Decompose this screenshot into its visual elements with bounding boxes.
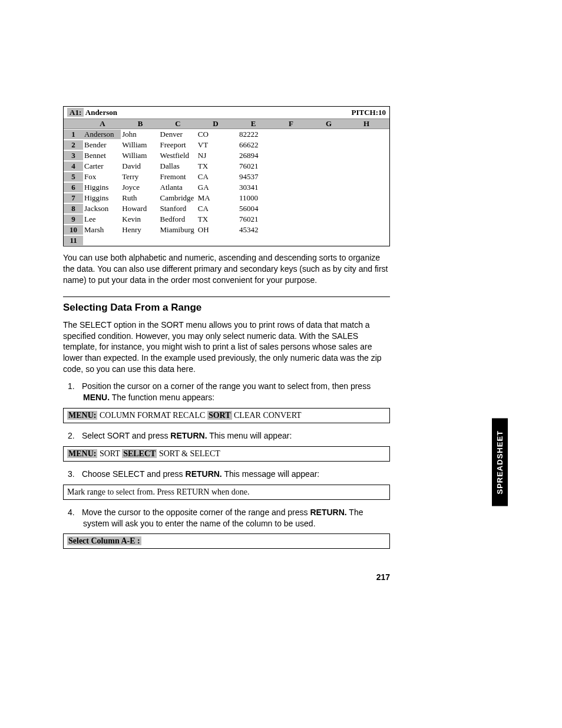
menu-display: MENU: SORT SELECT SORT & SELECT (63, 446, 390, 462)
menu-display: Select Column A-E : (63, 533, 390, 549)
col-header: E (234, 119, 272, 129)
col-header: G (310, 119, 348, 129)
col-header: H (348, 119, 385, 129)
list-item: 1. Position the cursor on a corner of th… (83, 381, 390, 403)
table-row: 11 (64, 235, 389, 246)
paragraph: You can use both alphabetic and numeric,… (63, 252, 390, 286)
col-header: D (197, 119, 234, 129)
table-row: 8JacksonHowardStanfordCA56004 (64, 203, 389, 214)
table-row: 3BennetWilliamWestfieldNJ26894 (64, 150, 389, 161)
col-header: B (121, 119, 159, 129)
page-number: 217 (63, 572, 390, 582)
table-row: 5FoxTerryFremontCA94537 (64, 172, 389, 182)
col-header: A (84, 119, 121, 129)
divider (63, 297, 390, 297)
cell-reference-value: Anderson (85, 108, 117, 117)
pitch-label: PITCH:10 (352, 108, 386, 117)
menu-display: MENU: COLUMN FORMAT RECALC SORT CLEAR CO… (63, 408, 390, 423)
list-item: 4. Move the cursor to the opposite corne… (83, 507, 390, 529)
table-row: 4CarterDavidDallasTX76021 (64, 161, 389, 172)
table-row: 6HigginsJoyceAtlantaGA30341 (64, 182, 389, 193)
spreadsheet-screen: A1: Anderson PITCH:10 A B C D E F G H 1A… (63, 106, 390, 246)
menu-display: Mark range to select from. Press RETURN … (63, 485, 390, 500)
cell-reference-label: A1: (67, 108, 84, 117)
table-row: 7HigginsRuthCambridgeMA11000 (64, 193, 389, 203)
list-item: 2. Select SORT and press RETURN. This me… (83, 430, 390, 442)
table-row: 1AndersonJohnDenverCO82222 (64, 129, 389, 140)
paragraph: The SELECT option in the SORT menu allow… (63, 319, 390, 375)
table-row: 2BenderWilliamFreeportVT66622 (64, 140, 389, 150)
table-row: 10MarshHenryMiamiburgOH45342 (64, 225, 389, 235)
list-item: 3. Choose SELECT and press RETURN. This … (83, 469, 390, 480)
col-header: F (272, 119, 310, 129)
side-tab: SPREADSHEET (492, 419, 508, 506)
table-row: 9LeeKevinBedfordTX76021 (64, 214, 389, 225)
section-heading: Selecting Data From a Range (63, 302, 390, 314)
col-header: C (159, 119, 197, 129)
